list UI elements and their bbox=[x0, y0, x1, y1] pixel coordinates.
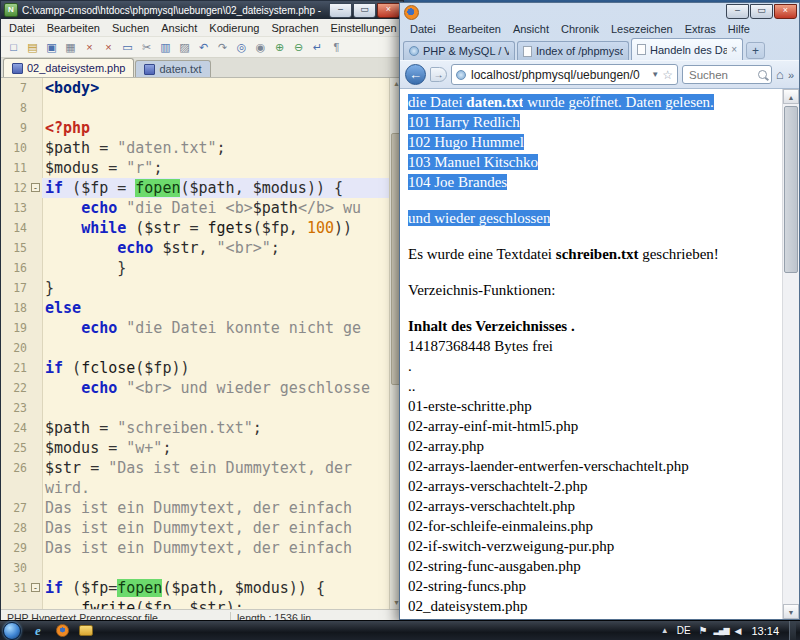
fold-margin[interactable] bbox=[29, 218, 42, 238]
tab-close-icon[interactable]: × bbox=[731, 44, 737, 55]
save-all-icon[interactable]: ▦ bbox=[63, 40, 78, 55]
fold-margin[interactable] bbox=[29, 438, 42, 458]
print-icon[interactable]: ▭ bbox=[120, 40, 135, 55]
menu-item[interactable]: Suchen bbox=[106, 21, 155, 35]
maximize-button[interactable]: ▭ bbox=[353, 3, 376, 18]
scroll-up-icon[interactable]: ▲ bbox=[783, 89, 799, 104]
scroll-down-icon[interactable]: ▼ bbox=[783, 604, 799, 619]
code-line: 10 $path = "daten.txt"; bbox=[1, 138, 390, 158]
firefox-titlebar[interactable]: – ▭ × bbox=[400, 3, 799, 20]
fold-margin[interactable] bbox=[29, 458, 42, 478]
save-icon[interactable]: ▣ bbox=[44, 40, 59, 55]
fold-margin[interactable] bbox=[29, 118, 42, 138]
minimize-button[interactable]: – bbox=[726, 4, 749, 19]
search-input[interactable] bbox=[687, 68, 756, 82]
url-bar[interactable]: ▼ ☆ bbox=[451, 64, 678, 85]
menu-item[interactable]: Sprachen bbox=[265, 21, 324, 35]
fold-margin[interactable] bbox=[29, 378, 42, 398]
fold-margin[interactable] bbox=[29, 278, 42, 298]
fold-margin[interactable] bbox=[29, 558, 42, 578]
paste-icon[interactable]: ▨ bbox=[177, 40, 192, 55]
code-line: 26 $str = "Das ist ein Dummytext, der bbox=[1, 458, 390, 478]
fold-margin[interactable] bbox=[29, 358, 42, 378]
fold-margin[interactable] bbox=[29, 178, 42, 198]
fold-margin[interactable] bbox=[29, 398, 42, 418]
menu-item[interactable]: Einstellungen bbox=[325, 21, 403, 35]
start-button[interactable] bbox=[3, 622, 21, 640]
network-icon[interactable]: ▂▄▆ bbox=[714, 626, 729, 635]
zoom-out-icon[interactable]: ⊖ bbox=[291, 40, 306, 55]
fold-margin[interactable] bbox=[29, 158, 42, 178]
clock[interactable]: 13:14 bbox=[747, 625, 783, 637]
hidden-icons-chevron-icon[interactable]: ▲ bbox=[661, 626, 669, 635]
new-file-icon[interactable]: □ bbox=[6, 40, 21, 55]
url-dropdown-icon[interactable]: ▼ bbox=[651, 70, 659, 79]
search-icon[interactable] bbox=[758, 70, 767, 79]
back-button[interactable]: ← bbox=[405, 64, 426, 85]
replace-icon[interactable]: ◉ bbox=[253, 40, 268, 55]
show-desktop-button[interactable] bbox=[789, 621, 796, 640]
code-editor[interactable]: 7 <body> 8 9 <?php bbox=[1, 78, 403, 609]
browser-tab[interactable]: PHP & MySQL / VHS ... × bbox=[403, 41, 515, 60]
volume-icon[interactable]: ◀ bbox=[735, 626, 742, 636]
close-button[interactable]: × bbox=[774, 4, 797, 19]
fold-margin[interactable] bbox=[29, 298, 42, 318]
undo-icon[interactable]: ↶ bbox=[196, 40, 211, 55]
fold-margin[interactable] bbox=[29, 138, 42, 158]
fold-margin[interactable] bbox=[29, 238, 42, 258]
fold-margin[interactable] bbox=[29, 418, 42, 438]
fold-margin[interactable] bbox=[29, 498, 42, 518]
overflow-chevron-icon[interactable]: » bbox=[788, 69, 794, 81]
home-icon[interactable]: ⌂ bbox=[776, 68, 784, 81]
browser-tab[interactable]: Index of /phpmysql/ue... × bbox=[517, 41, 629, 60]
page-scrollbar-thumb[interactable] bbox=[784, 106, 798, 273]
notepadpp-titlebar[interactable]: N C:\xampp-cmsod\htdocs\phpmysql\uebunge… bbox=[1, 1, 403, 19]
menu-item[interactable]: Ansicht bbox=[155, 21, 203, 35]
fold-margin[interactable] bbox=[29, 478, 42, 498]
fold-margin[interactable] bbox=[29, 258, 42, 278]
show-symbols-icon[interactable]: ¶ bbox=[329, 40, 344, 55]
menu-item[interactable]: Hilfe bbox=[722, 22, 756, 36]
fold-margin[interactable] bbox=[29, 98, 42, 118]
menu-item[interactable]: Datei bbox=[404, 22, 442, 36]
cut-icon[interactable]: ✂ bbox=[139, 40, 154, 55]
search-box[interactable] bbox=[682, 65, 772, 84]
file-tab[interactable]: daten.txt bbox=[135, 60, 210, 77]
close-button[interactable]: × bbox=[377, 3, 400, 18]
menu-item[interactable]: Bearbeiten bbox=[41, 21, 106, 35]
new-tab-button[interactable]: + bbox=[746, 42, 765, 59]
copy-icon[interactable]: ▥ bbox=[158, 40, 173, 55]
menu-item[interactable]: Chronik bbox=[555, 22, 605, 36]
fold-margin[interactable] bbox=[29, 578, 42, 598]
minimize-button[interactable]: – bbox=[329, 3, 352, 18]
fold-margin[interactable] bbox=[29, 538, 42, 558]
menu-item[interactable]: Extras bbox=[679, 22, 722, 36]
fold-margin[interactable] bbox=[29, 598, 42, 609]
language-indicator[interactable]: DE bbox=[675, 625, 693, 636]
close-icon[interactable]: × bbox=[82, 40, 97, 55]
fold-margin[interactable] bbox=[29, 518, 42, 538]
word-wrap-icon[interactable]: ↵ bbox=[310, 40, 325, 55]
forward-button[interactable]: → bbox=[430, 67, 447, 82]
close-all-icon[interactable]: × bbox=[101, 40, 116, 55]
zoom-in-icon[interactable]: ⊕ bbox=[272, 40, 287, 55]
menu-item[interactable]: Bearbeiten bbox=[442, 22, 507, 36]
maximize-button[interactable]: ▭ bbox=[750, 4, 773, 19]
fold-margin[interactable] bbox=[29, 198, 42, 218]
file-tab[interactable]: 02_dateisystem.php bbox=[3, 58, 134, 77]
fold-margin[interactable] bbox=[29, 318, 42, 338]
menu-item[interactable]: Datei bbox=[3, 21, 41, 35]
fold-margin[interactable] bbox=[29, 338, 42, 358]
fold-margin[interactable] bbox=[29, 78, 42, 98]
redo-icon[interactable]: ↷ bbox=[215, 40, 230, 55]
page-scrollbar[interactable]: ▲ ▼ bbox=[782, 89, 799, 619]
menu-item[interactable]: Lesezeichen bbox=[605, 22, 679, 36]
url-input[interactable] bbox=[469, 67, 648, 83]
bookmark-star-icon[interactable]: ☆ bbox=[662, 69, 673, 81]
menu-item[interactable]: Ansicht bbox=[507, 22, 555, 36]
find-icon[interactable]: ◎ bbox=[234, 40, 249, 55]
menu-item[interactable]: Kodierung bbox=[203, 21, 265, 35]
browser-tab[interactable]: Handeln des Dateisyst... × bbox=[631, 38, 743, 60]
open-file-icon[interactable]: ▤ bbox=[25, 40, 40, 55]
action-center-flag-icon[interactable]: ⚑ bbox=[699, 625, 708, 636]
